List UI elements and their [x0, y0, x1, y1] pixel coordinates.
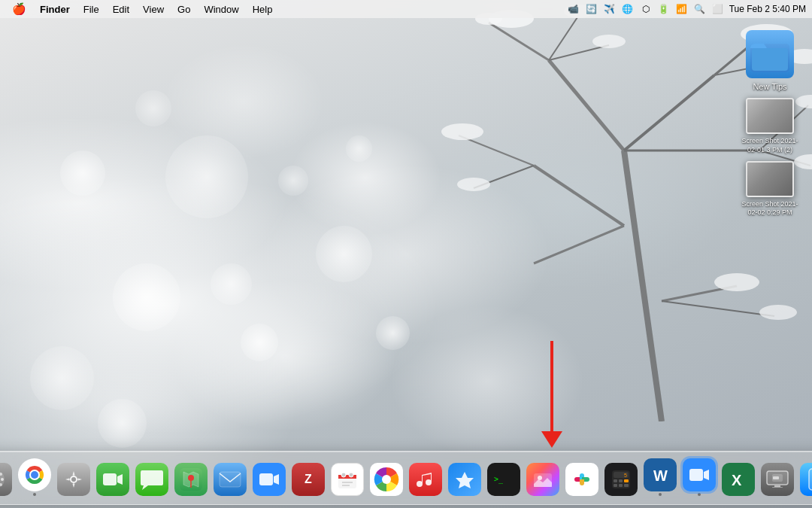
dock-reminders[interactable]: [329, 458, 365, 497]
svg-point-42: [1, 478, 4, 481]
menubar-edit[interactable]: Edit: [107, 2, 135, 17]
dock-photos2[interactable]: [525, 458, 561, 497]
menubar-window[interactable]: Window: [198, 2, 244, 17]
svg-rect-85: [689, 469, 703, 481]
screenshot-2-icon[interactable]: Screen Shot 2021-02-02 0:29 PM: [740, 161, 800, 217]
svg-point-66: [382, 475, 391, 484]
control-center-icon[interactable]: ⬜: [711, 2, 725, 16]
arrow-head: [541, 431, 562, 448]
dock-ios[interactable]: [798, 458, 812, 497]
desktop: 🍎 Finder File Edit View Go Window Help 📹…: [0, 0, 812, 508]
dock-dot-zoom2: [698, 493, 701, 496]
svg-line-6: [489, 23, 549, 60]
bokeh-10: [98, 399, 147, 448]
svg-rect-83: [624, 484, 629, 487]
dock-word[interactable]: W: [642, 458, 678, 497]
airdrop-menubar-icon[interactable]: ✈️: [603, 2, 617, 16]
svg-rect-89: [774, 485, 780, 487]
red-arrow: [541, 341, 562, 448]
svg-point-24: [457, 178, 490, 191]
menubar-go[interactable]: Go: [171, 2, 196, 17]
svg-point-25: [714, 273, 759, 291]
svg-line-4: [534, 166, 624, 226]
dock-calculator[interactable]: 5: [603, 458, 639, 497]
svg-line-2: [624, 75, 714, 151]
svg-rect-74: [580, 479, 584, 483]
dock-zotero[interactable]: Z: [290, 458, 326, 497]
svg-line-0: [624, 151, 662, 421]
dock-systemprefs[interactable]: [56, 458, 92, 497]
arrow-shaft: [550, 341, 553, 431]
svg-rect-80: [624, 479, 629, 482]
svg-marker-53: [117, 474, 123, 485]
dock-maps[interactable]: [173, 458, 209, 497]
svg-marker-86: [704, 470, 709, 480]
screenshot-1-thumb: [746, 98, 794, 134]
dock-appstore[interactable]: [447, 458, 483, 497]
bokeh-12: [135, 90, 171, 126]
screenshot-2-label: Screen Shot 2021-02-02 0:29 PM: [740, 200, 800, 217]
bluetooth-menubar-icon[interactable]: ⬡: [639, 2, 653, 16]
menubar-help[interactable]: Help: [247, 2, 279, 17]
dock-slack[interactable]: [564, 458, 600, 497]
svg-text:W: W: [653, 467, 668, 484]
menubar-left: 🍎 Finder File Edit View Go Window Help: [6, 2, 278, 17]
bokeh-3: [165, 135, 248, 218]
menubar-right: 📹 🔄 ✈️ 🌐 ⬡ 🔋 📶 🔍 ⬜ Tue Feb 2 5:40 PM: [567, 2, 806, 16]
dock-music[interactable]: [408, 458, 444, 497]
svg-text:>_: >_: [494, 475, 504, 484]
dock-dot-word: [659, 493, 662, 496]
svg-point-55: [188, 475, 194, 481]
menubar: 🍎 Finder File Edit View Go Window Help 📹…: [0, 0, 812, 18]
dock-iterm[interactable]: >_: [486, 458, 522, 497]
signal-menubar-icon[interactable]: 📶: [675, 2, 689, 16]
dock-screenshare[interactable]: [759, 458, 795, 497]
dock-photos[interactable]: [368, 458, 404, 497]
bokeh-1: [113, 263, 180, 331]
svg-line-13: [459, 135, 534, 166]
desktop-icons: New Tips Screen Shot 2021-02-01 3 PM (2)…: [740, 30, 800, 217]
svg-point-51: [71, 477, 76, 482]
new-tips-folder-icon[interactable]: New Tips: [740, 30, 800, 92]
sync-menubar-icon[interactable]: 🔄: [585, 2, 598, 16]
battery-menubar-icon[interactable]: 🔋: [657, 2, 671, 16]
svg-point-28: [592, 35, 626, 48]
svg-rect-56: [220, 472, 241, 487]
svg-rect-52: [103, 473, 117, 485]
screenshot-1-label: Screen Shot 2021-02-01 3 PM (2): [740, 137, 800, 154]
menubar-view[interactable]: View: [137, 2, 170, 17]
dock-excel[interactable]: X: [720, 458, 756, 497]
svg-text:X: X: [732, 472, 742, 488]
svg-line-16: [662, 301, 774, 316]
dock-zoom1[interactable]: [251, 458, 287, 497]
svg-rect-82: [619, 484, 623, 487]
svg-point-61: [341, 473, 346, 477]
wifi-menubar-icon[interactable]: 🌐: [621, 2, 635, 16]
menubar-file[interactable]: File: [77, 2, 105, 17]
dock-messages[interactable]: [134, 458, 170, 497]
screenshot-2-thumb: [746, 161, 794, 197]
svg-text:5: 5: [624, 473, 627, 478]
svg-line-5: [534, 226, 624, 263]
screenshot-1-icon[interactable]: Screen Shot 2021-02-01 3 PM (2): [740, 98, 800, 154]
dock-zoom2[interactable]: [681, 458, 717, 497]
menubar-clock: Tue Feb 2 5:40 PM: [729, 4, 806, 14]
bokeh-4: [241, 324, 278, 361]
dock-mail[interactable]: [212, 458, 248, 497]
svg-rect-81: [614, 484, 617, 487]
new-tips-label: New Tips: [753, 81, 786, 92]
new-tips-folder-image: [746, 30, 794, 78]
svg-rect-93: [809, 469, 812, 490]
dock-chrome[interactable]: [17, 458, 53, 497]
bokeh-7: [30, 346, 94, 410]
dock-facetime[interactable]: [95, 458, 131, 497]
search-menubar-icon[interactable]: 🔍: [693, 2, 707, 16]
dock: Z: [0, 451, 812, 505]
svg-rect-78: [614, 479, 617, 482]
svg-rect-92: [773, 476, 779, 479]
menubar-finder[interactable]: Finder: [34, 2, 76, 17]
svg-marker-58: [274, 474, 279, 485]
facetime-menubar-icon[interactable]: 📹: [567, 2, 580, 16]
apple-menu[interactable]: 🍎: [6, 2, 32, 16]
dock-launchpad[interactable]: [0, 458, 14, 497]
